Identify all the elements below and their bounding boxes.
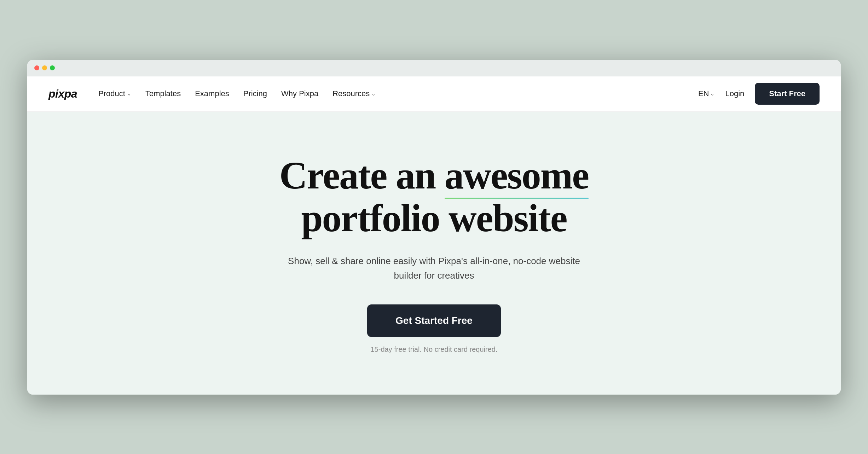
lang-chevron-icon: ⌄ [710,91,714,97]
hero-subtitle: Show, sell & share online easily with Pi… [275,254,593,283]
nav-resources[interactable]: Resources ⌄ [332,89,376,98]
nav-pricing[interactable]: Pricing [243,89,267,98]
get-started-button[interactable]: Get Started Free [367,304,501,337]
browser-window: pixpa Product ⌄ Templates Examples Prici… [27,60,841,395]
hero-section: Create an awesome portfolio website Show… [27,112,841,382]
nav-examples[interactable]: Examples [195,89,229,98]
navbar: pixpa Product ⌄ Templates Examples Prici… [27,76,841,112]
nav-product[interactable]: Product ⌄ [98,89,131,98]
resources-chevron-icon: ⌄ [371,91,376,97]
close-button-icon[interactable] [34,65,39,70]
site-logo[interactable]: pixpa [48,87,77,100]
hero-trial-note: 15-day free trial. No credit card requir… [370,345,497,354]
hero-title-line2: portfolio website [301,197,567,240]
nav-why-pixpa[interactable]: Why Pixpa [281,89,318,98]
product-chevron-icon: ⌄ [127,91,131,97]
hero-title: Create an awesome portfolio website [279,154,589,240]
browser-chrome [27,60,841,76]
nav-templates[interactable]: Templates [145,89,181,98]
nav-links: Product ⌄ Templates Examples Pricing Why… [98,89,698,98]
fullscreen-button-icon[interactable] [50,65,55,70]
minimize-button-icon[interactable] [42,65,47,70]
start-free-button[interactable]: Start Free [755,83,820,105]
page-content: pixpa Product ⌄ Templates Examples Prici… [27,76,841,395]
hero-title-underlined-word: awesome [445,154,589,197]
login-link[interactable]: Login [725,89,744,98]
language-selector[interactable]: EN ⌄ [698,89,715,98]
nav-right: EN ⌄ Login Start Free [698,83,820,105]
traffic-lights [34,65,55,70]
